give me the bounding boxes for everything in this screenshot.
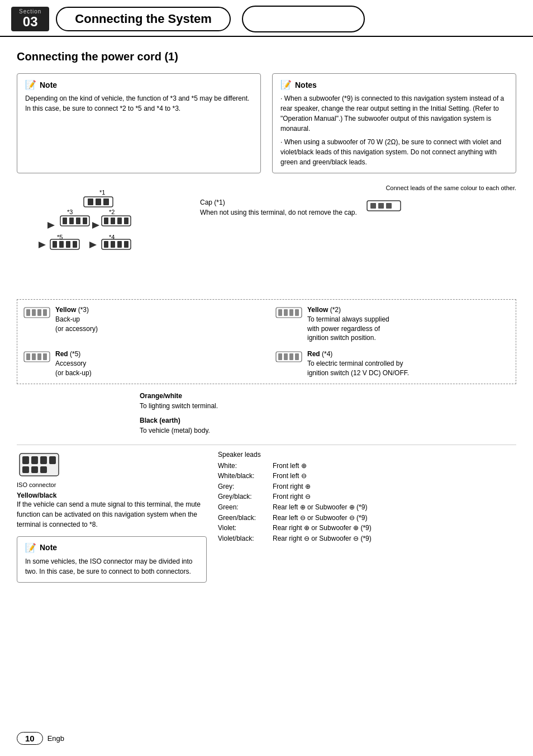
- speaker-color: Grey/black:: [218, 492, 268, 502]
- speaker-row: White/black:Front left ⊖: [218, 471, 516, 481]
- speaker-row: Grey/black:Front right ⊖: [218, 492, 516, 502]
- svg-rect-63: [31, 466, 38, 473]
- bottom-note-icon: 📝: [25, 542, 36, 553]
- note-box-left: 📝 Note Depending on the kind of vehicle,…: [17, 73, 261, 173]
- page-title: Connecting the System: [56, 7, 230, 31]
- svg-marker-31: [39, 242, 46, 248]
- svg-rect-45: [289, 309, 293, 316]
- speaker-row: Violet/black:Rear right ⊖ or Subwoofer ⊖…: [218, 533, 516, 544]
- note-title-right: Notes: [295, 81, 317, 89]
- cap-area: Cap (*1) When not using this terminal, d…: [200, 197, 357, 218]
- svg-text:*1: *1: [99, 189, 105, 196]
- svg-rect-13: [83, 218, 87, 224]
- iso-connector-label: ISO connector: [17, 481, 61, 488]
- speaker-desc: Front left ⊖: [273, 471, 307, 481]
- svg-rect-58: [22, 456, 29, 464]
- wire-red4: Red (*4) To electric terminal controlled…: [275, 349, 510, 377]
- speaker-color: Green:: [218, 502, 268, 513]
- note-text-right-1: · When a subwoofer (*9) is connected to …: [280, 93, 508, 134]
- svg-rect-44: [284, 309, 288, 316]
- svg-rect-41: [43, 309, 47, 316]
- footer-lang: Engb: [47, 734, 64, 743]
- svg-text:*3: *3: [67, 209, 73, 215]
- page-footer: 10 Engb: [0, 732, 533, 745]
- svg-rect-59: [31, 456, 38, 464]
- bottom-note-text: In some vehicles, the ISO connector may …: [25, 556, 198, 577]
- speaker-color: Green/black:: [218, 513, 268, 523]
- svg-rect-15: [104, 218, 108, 224]
- note-title-left: Note: [40, 81, 57, 89]
- svg-marker-29: [47, 222, 55, 229]
- diagram-right-col: Connect leads of the same colour to each…: [200, 183, 516, 297]
- wire-yellow2: Yellow (*2) To terminal always suppliedw…: [275, 305, 510, 343]
- svg-rect-20: [53, 241, 57, 248]
- page-number: 10: [17, 732, 43, 745]
- yellow-black-wire: Yellow/black If the vehicle can send a m…: [17, 492, 207, 530]
- yellow3-connector-svg: [23, 305, 51, 320]
- svg-rect-22: [66, 241, 70, 248]
- svg-rect-17: [117, 218, 122, 224]
- connector-diagram-svg: *1 *3 *2 *5 *4: [17, 183, 184, 295]
- red5-connector-svg: [23, 349, 51, 364]
- connect-leads-note: Connect leads of the same colour to each…: [200, 183, 516, 193]
- svg-rect-61: [49, 456, 56, 464]
- speaker-color: Grey:: [218, 481, 268, 492]
- svg-rect-26: [111, 241, 115, 248]
- section-heading: Connecting the power cord (1): [17, 50, 516, 63]
- svg-rect-55: [289, 353, 293, 360]
- svg-rect-56: [295, 353, 299, 360]
- wire-orange: Orange/white To lighting switch terminal…: [140, 391, 516, 411]
- svg-rect-43: [278, 309, 282, 316]
- svg-marker-30: [92, 222, 99, 229]
- speaker-color: White/black:: [218, 471, 268, 481]
- svg-rect-25: [104, 241, 108, 248]
- speaker-row: Violet:Rear right ⊕ or Subwoofer ⊕ (*9): [218, 523, 516, 533]
- yellow2-connector-svg: [275, 305, 303, 320]
- speaker-desc: Rear right ⊖ or Subwoofer ⊖ (*9): [273, 533, 372, 544]
- svg-rect-23: [73, 241, 77, 248]
- cap-connector-svg: [366, 197, 405, 214]
- svg-rect-39: [32, 309, 36, 316]
- svg-rect-60: [40, 456, 47, 464]
- svg-text:*2: *2: [109, 209, 115, 215]
- speaker-desc: Rear left ⊖ or Subwoofer ⊖ (*9): [273, 513, 367, 523]
- connector-diagram-area: *1 *3 *2 *5 *4: [17, 183, 190, 297]
- iso-speaker-section: ISO connector Yellow/black If the vehicl…: [17, 445, 516, 583]
- speaker-desc: Front left ⊕: [273, 461, 307, 471]
- svg-rect-8: [103, 199, 109, 205]
- svg-rect-51: [43, 353, 47, 360]
- svg-rect-16: [111, 218, 115, 224]
- speaker-color: Violet/black:: [218, 533, 268, 544]
- svg-rect-50: [37, 353, 41, 360]
- note-row: 📝 Note Depending on the kind of vehicle,…: [17, 73, 516, 173]
- note-text-right-2: · When using a subwoofer of 70 W (2Ω), b…: [280, 137, 508, 167]
- orange-black-section: Orange/white To lighting switch terminal…: [140, 391, 516, 436]
- speaker-leads-area: Speaker leads White:Front left ⊕White/bl…: [218, 451, 516, 583]
- wire-yellow3: Yellow (*3) Back-up(or accessory): [23, 305, 258, 343]
- speaker-row: Green:Rear left ⊕ or Subwoofer ⊕ (*9): [218, 502, 516, 513]
- bottom-note-box: 📝 Note In some vehicles, the ISO connect…: [17, 536, 207, 583]
- svg-rect-35: [378, 203, 384, 209]
- svg-rect-54: [284, 353, 288, 360]
- wire-black: Black (earth) To vehicle (metal) body.: [140, 415, 516, 436]
- svg-rect-6: [88, 199, 93, 205]
- svg-marker-32: [89, 242, 97, 248]
- svg-rect-10: [63, 218, 67, 224]
- speaker-leads-title: Speaker leads: [218, 451, 516, 459]
- note-icon-right: 📝: [280, 79, 292, 90]
- svg-rect-7: [96, 199, 101, 205]
- svg-rect-62: [22, 466, 29, 473]
- svg-rect-38: [26, 309, 30, 316]
- svg-rect-28: [124, 241, 129, 248]
- wire-red5: Red (*5) Accessory(or back-up): [23, 349, 258, 377]
- svg-rect-64: [40, 466, 47, 473]
- bottom-note-title: Note: [40, 543, 57, 552]
- svg-rect-21: [59, 241, 64, 248]
- speaker-row: Grey:Front right ⊕: [218, 481, 516, 492]
- diagram-wiring-row: *1 *3 *2 *5 *4: [17, 183, 516, 297]
- note-box-right: 📝 Notes · When a subwoofer (*9) is conne…: [272, 73, 516, 173]
- page-header: Section 03 Connecting the System: [0, 0, 533, 37]
- cap-label: Cap (*1): [200, 197, 357, 207]
- svg-rect-49: [32, 353, 36, 360]
- iso-connector-svg: [17, 451, 61, 479]
